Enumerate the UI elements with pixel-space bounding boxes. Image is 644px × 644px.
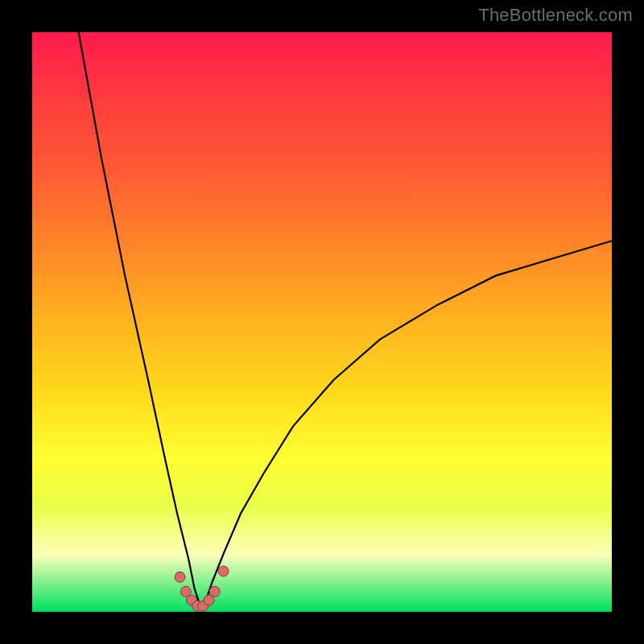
chart-svg	[32, 32, 612, 612]
curve-dot	[175, 572, 185, 582]
curve-dot	[218, 566, 229, 576]
watermark-text: TheBottleneck.com	[478, 5, 633, 26]
dots-group	[175, 566, 229, 611]
plot-area	[32, 32, 612, 612]
chart-frame: TheBottleneck.com	[0, 0, 644, 644]
curve-dot	[209, 586, 220, 597]
curve-group	[79, 32, 612, 606]
bottleneck-curve	[79, 32, 612, 606]
